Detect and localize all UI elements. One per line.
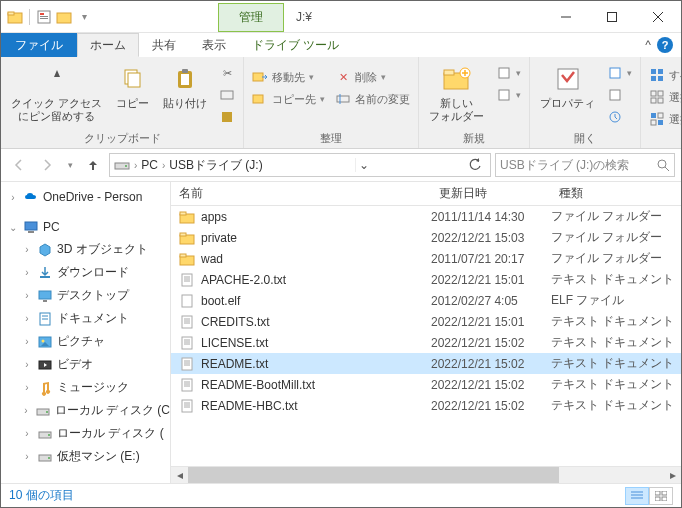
file-row[interactable]: boot.elf2012/02/27 4:05ELF ファイル <box>171 290 681 311</box>
paste-shortcut-button[interactable] <box>215 107 239 127</box>
column-headers[interactable]: 名前 更新日時 種類 <box>171 182 681 206</box>
expand-icon[interactable]: › <box>21 359 33 370</box>
file-row[interactable]: README-BootMill.txt2022/12/21 15:02テキスト … <box>171 374 681 395</box>
tree-item[interactable]: ›ビデオ <box>1 353 170 376</box>
svg-rect-38 <box>658 91 663 96</box>
chevron-right-icon[interactable]: › <box>162 160 165 171</box>
expand-icon[interactable]: › <box>21 428 33 439</box>
refresh-button[interactable] <box>464 158 486 172</box>
forward-button[interactable] <box>35 153 59 177</box>
file-row[interactable]: APACHE-2.0.txt2022/12/21 15:01テキスト ドキュメン… <box>171 269 681 290</box>
tree-item[interactable]: ›ローカル ディスク (C <box>1 399 170 422</box>
svg-rect-15 <box>182 69 188 73</box>
open-button[interactable]: ▾ <box>603 63 636 83</box>
expand-icon[interactable]: › <box>21 405 31 416</box>
copy-button[interactable]: コピー <box>110 59 155 114</box>
expand-icon[interactable]: › <box>21 267 33 278</box>
expand-icon[interactable]: › <box>21 244 33 255</box>
ribbon-collapse-icon[interactable]: ^ <box>645 38 651 52</box>
group-new-label: 新規 <box>423 129 525 148</box>
move-to-button[interactable]: 移動先▾ <box>248 67 329 87</box>
expand-icon[interactable]: › <box>7 192 19 203</box>
tree-item[interactable]: ›デスクトップ <box>1 284 170 307</box>
cut-button[interactable]: ✂ <box>215 63 239 83</box>
tree-item[interactable]: ›仮想マシン (E:) <box>1 445 170 468</box>
scroll-left-icon[interactable]: ◂ <box>171 467 188 484</box>
scroll-right-icon[interactable]: ▸ <box>664 467 681 484</box>
horizontal-scrollbar[interactable]: ◂ ▸ <box>171 466 681 483</box>
tree-item[interactable]: ›ドキュメント <box>1 307 170 330</box>
select-none-button[interactable]: 選択解除 <box>645 87 682 107</box>
breadcrumb-pc[interactable]: PC <box>141 158 158 172</box>
file-row[interactable]: README.txt2022/12/21 15:02テキスト ドキュメント <box>171 353 681 374</box>
new-folder-button[interactable]: 新しい フォルダー <box>423 59 490 127</box>
expand-icon[interactable]: › <box>21 290 33 301</box>
select-all-button[interactable]: すべて選択 <box>645 65 682 85</box>
file-list[interactable]: apps2011/11/14 14:30ファイル フォルダーprivate202… <box>171 206 681 466</box>
address-box[interactable]: › PC › USBドライブ (J:) ⌄ <box>109 153 491 177</box>
pin-label: クイック アクセス にピン留めする <box>11 97 102 123</box>
file-date: 2011/11/14 14:30 <box>431 210 551 224</box>
scroll-thumb[interactable] <box>188 467 559 483</box>
tab-file[interactable]: ファイル <box>1 33 77 57</box>
up-button[interactable] <box>81 153 105 177</box>
file-row[interactable]: LICENSE.txt2022/12/21 15:02テキスト ドキュメント <box>171 332 681 353</box>
edit-button[interactable] <box>603 85 636 105</box>
expand-icon[interactable]: › <box>21 313 33 324</box>
tree-item[interactable]: ›ミュージック <box>1 376 170 399</box>
details-view-button[interactable] <box>625 487 649 505</box>
back-button[interactable] <box>7 153 31 177</box>
navigation-pane[interactable]: ›OneDrive - Person⌄PC›3D オブジェクト›ダウンロード›デ… <box>1 182 171 483</box>
new-item-button[interactable]: ▾ <box>492 63 525 83</box>
delete-button[interactable]: ✕削除▾ <box>331 67 414 87</box>
expand-icon[interactable]: › <box>21 336 33 347</box>
tab-share[interactable]: 共有 <box>139 33 189 57</box>
tab-home[interactable]: ホーム <box>77 33 139 57</box>
tab-drive-tools[interactable]: ドライブ ツール <box>239 33 352 57</box>
column-date[interactable]: 更新日時 <box>431 185 551 202</box>
copy-to-button[interactable]: コピー先▾ <box>248 89 329 109</box>
properties-button[interactable]: プロパティ <box>534 59 601 114</box>
tree-item[interactable]: ›ローカル ディスク ( <box>1 422 170 445</box>
easy-access-button[interactable]: ▾ <box>492 85 525 105</box>
column-name[interactable]: 名前 <box>171 185 431 202</box>
file-row[interactable]: apps2011/11/14 14:30ファイル フォルダー <box>171 206 681 227</box>
recent-locations-button[interactable]: ▾ <box>63 153 77 177</box>
expand-icon[interactable]: ⌄ <box>7 222 19 233</box>
file-row[interactable]: wad2011/07/21 20:17ファイル フォルダー <box>171 248 681 269</box>
chevron-right-icon[interactable]: › <box>134 160 137 171</box>
qat-dropdown-icon[interactable]: ▾ <box>76 9 92 25</box>
address-dropdown-icon[interactable]: ⌄ <box>355 158 371 172</box>
column-type[interactable]: 種類 <box>551 185 681 202</box>
invert-selection-button[interactable]: 選択の切り替え <box>645 109 682 129</box>
maximize-button[interactable] <box>589 1 635 32</box>
tree-item[interactable]: ›ダウンロード <box>1 261 170 284</box>
tree-item[interactable]: ›OneDrive - Person <box>1 186 170 208</box>
file-row[interactable]: private2022/12/21 15:03ファイル フォルダー <box>171 227 681 248</box>
drive-qat-icon[interactable] <box>56 9 72 25</box>
file-row[interactable]: README-HBC.txt2022/12/21 15:02テキスト ドキュメン… <box>171 395 681 416</box>
properties-qat-icon[interactable] <box>36 9 52 25</box>
file-row[interactable]: CREDITS.txt2022/12/21 15:01テキスト ドキュメント <box>171 311 681 332</box>
tree-item[interactable]: ⌄PC <box>1 216 170 238</box>
tree-item[interactable]: ›ピクチャ <box>1 330 170 353</box>
pin-to-quick-access-button[interactable]: クイック アクセス にピン留めする <box>5 59 108 127</box>
help-icon[interactable]: ? <box>657 37 673 53</box>
minimize-button[interactable] <box>543 1 589 32</box>
thumbnails-view-button[interactable] <box>649 487 673 505</box>
search-input[interactable] <box>500 158 656 172</box>
expand-icon[interactable]: › <box>21 382 33 393</box>
search-icon[interactable] <box>656 158 670 172</box>
paste-button[interactable]: 貼り付け <box>157 59 213 114</box>
copy-path-button[interactable] <box>215 85 239 105</box>
close-button[interactable] <box>635 1 681 32</box>
breadcrumb-drive[interactable]: USBドライブ (J:) <box>169 157 262 174</box>
search-box[interactable] <box>495 153 675 177</box>
rename-button[interactable]: 名前の変更 <box>331 89 414 109</box>
file-name: README.txt <box>201 357 268 371</box>
expand-icon[interactable]: › <box>21 451 33 462</box>
tab-view[interactable]: 表示 <box>189 33 239 57</box>
tree-item[interactable]: ›3D オブジェクト <box>1 238 170 261</box>
history-button[interactable] <box>603 107 636 127</box>
copy-path-icon <box>219 87 235 103</box>
